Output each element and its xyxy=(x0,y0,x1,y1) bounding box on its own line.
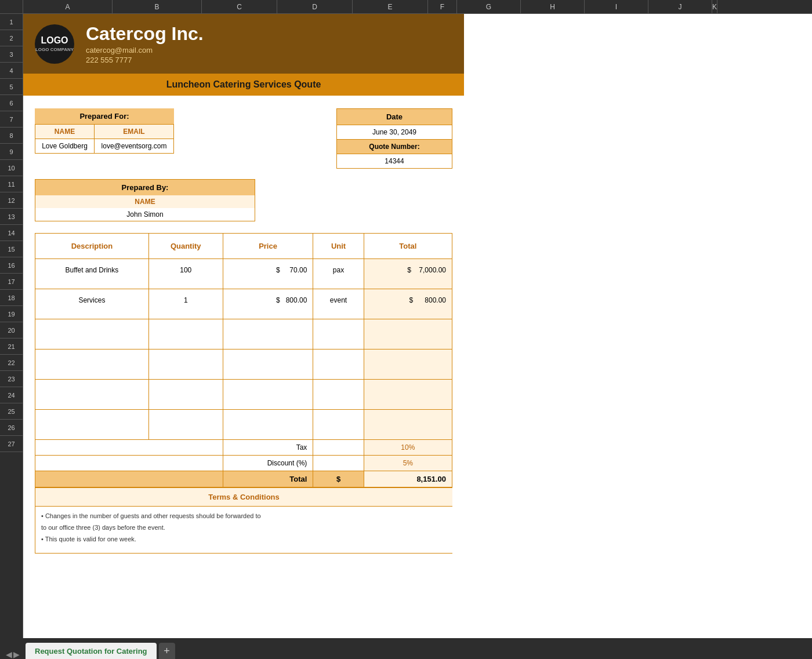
tab-request-quotation[interactable]: Request Quotation for Catering xyxy=(26,643,157,659)
col-header-f: F xyxy=(428,0,457,13)
table-row xyxy=(35,380,452,410)
tab-bar: ◀ ▶ Request Quotation for Catering + xyxy=(0,638,812,659)
empty-cell xyxy=(313,456,364,471)
col-name-header: NAME xyxy=(35,125,95,139)
empty-cell xyxy=(35,319,149,349)
empty-cell xyxy=(223,410,313,440)
discount-value: 5% xyxy=(364,456,452,471)
info-section: Prepared For: NAME EMAIL Love Goldber xyxy=(23,103,464,174)
prepared-by-name-label: NAME xyxy=(35,195,255,208)
row-num-2: 2 xyxy=(0,30,23,46)
nav-right-icon[interactable]: ▶ xyxy=(13,650,20,659)
row-num-14: 14 xyxy=(0,225,23,241)
row-num-4: 4 xyxy=(0,63,23,79)
row-num-12: 12 xyxy=(0,192,23,209)
table-row xyxy=(35,349,452,380)
date-label: Date xyxy=(337,109,452,125)
col-header-h: H xyxy=(521,0,585,13)
col-header-a: A xyxy=(23,0,113,13)
empty-cell xyxy=(364,380,452,410)
empty-cell xyxy=(364,319,452,349)
terms-header: Terms & Conditions xyxy=(35,488,452,507)
row-num-5: 5 xyxy=(0,79,23,95)
empty-cell xyxy=(148,319,223,349)
add-icon: + xyxy=(164,645,170,657)
terms-box: Terms & Conditions • Changes in the numb… xyxy=(35,487,452,554)
document: LOGO LOGO COMPANY Catercog Inc. catercog… xyxy=(23,14,464,565)
spreadsheet-wrapper: ABCDEFGHIJK 1234567891011121314151617181… xyxy=(0,0,812,659)
nav-arrows: ◀ ▶ xyxy=(6,650,20,659)
empty-cell xyxy=(223,380,313,410)
header-quantity: Quantity xyxy=(148,234,223,259)
item-total-1: $ 7,000.00 xyxy=(364,259,452,289)
prepared-by-header: Prepared By: xyxy=(35,180,255,195)
prepared-for-table: NAME EMAIL Love Goldberg love@eventsorg.… xyxy=(35,124,174,154)
header-total: Total xyxy=(364,234,452,259)
terms-content: • Changes in the number of guests and ot… xyxy=(35,507,452,553)
sheet-body: 1234567891011121314151617181920212223242… xyxy=(0,14,812,659)
quote-number-label: Quote Number: xyxy=(337,140,452,154)
client-name: Love Goldberg xyxy=(35,139,95,154)
header-unit: Unit xyxy=(313,234,364,259)
item-total-2: $ 800.00 xyxy=(364,289,452,319)
header-price: Price xyxy=(223,234,313,259)
terms-line1: • Changes in the number of guests and ot… xyxy=(41,512,447,519)
row-num-20: 20 xyxy=(0,322,23,338)
col-header-g: G xyxy=(457,0,521,13)
row-num-23: 23 xyxy=(0,371,23,387)
corner-cell xyxy=(0,0,23,13)
item-unit-1: pax xyxy=(313,259,364,289)
total-row: Total $ 8,151.00 xyxy=(35,471,452,487)
add-tab-button[interactable]: + xyxy=(159,643,175,659)
doc-title: Luncheon Catering Services Qoute xyxy=(166,79,321,89)
item-price-1: $ 70.00 xyxy=(223,259,313,289)
empty-cell xyxy=(313,349,364,380)
spacer-row14 xyxy=(23,227,464,233)
empty-cell xyxy=(35,349,149,380)
spacer-row10 xyxy=(23,174,464,179)
discount-label: Discount (%) xyxy=(223,456,313,471)
nav-left-icon[interactable]: ◀ xyxy=(6,650,12,659)
item-quantity-1: 100 xyxy=(148,259,223,289)
date-quote-box: Date June 30, 2049 Quote Number: xyxy=(336,108,452,169)
tax-label: Tax xyxy=(223,440,313,456)
row-num-21: 21 xyxy=(0,338,23,355)
spacer-row6 xyxy=(23,96,464,103)
item-description-1: Buffet and Drinks xyxy=(35,259,149,289)
row-numbers: 1234567891011121314151617181920212223242… xyxy=(0,14,23,659)
col-header-c: C xyxy=(202,0,277,13)
empty-cell xyxy=(148,410,223,440)
items-section: Description Quantity Price Unit Total Bu… xyxy=(23,233,464,487)
row-num-18: 18 xyxy=(0,290,23,306)
logo-sub: LOGO COMPANY xyxy=(35,47,74,52)
total-prefix: $ xyxy=(313,471,364,487)
row-num-16: 16 xyxy=(0,257,23,274)
row-num-10: 10 xyxy=(0,160,23,176)
table-row xyxy=(35,410,452,440)
terms-line3: • This quote is valid for one week. xyxy=(41,536,447,543)
row-num-11: 11 xyxy=(0,176,23,192)
company-name: Catercog Inc. xyxy=(86,23,204,45)
row-num-22: 22 xyxy=(0,355,23,371)
row-num-7: 7 xyxy=(0,111,23,128)
total-value: 8,151.00 xyxy=(364,471,452,487)
empty-cell xyxy=(35,456,223,471)
empty-cell xyxy=(148,380,223,410)
empty-cell xyxy=(35,440,223,456)
empty-cell xyxy=(223,319,313,349)
sheet-content: LOGO LOGO COMPANY Catercog Inc. catercog… xyxy=(23,14,812,659)
empty-cell xyxy=(35,410,149,440)
empty-cell xyxy=(313,410,364,440)
tax-value: 10% xyxy=(364,440,452,456)
row-num-1: 1 xyxy=(0,14,23,30)
empty-cell xyxy=(313,380,364,410)
empty-cell xyxy=(313,440,364,456)
quote-number-value: 14344 xyxy=(337,154,452,169)
row-num-26: 26 xyxy=(0,420,23,436)
logo: LOGO LOGO COMPANY xyxy=(35,24,74,64)
empty-cell xyxy=(35,380,149,410)
col-header-e: E xyxy=(353,0,428,13)
items-table: Description Quantity Price Unit Total Bu… xyxy=(35,233,452,487)
col-header-k: K xyxy=(712,0,717,13)
terms-section: Terms & Conditions • Changes in the numb… xyxy=(23,487,464,565)
